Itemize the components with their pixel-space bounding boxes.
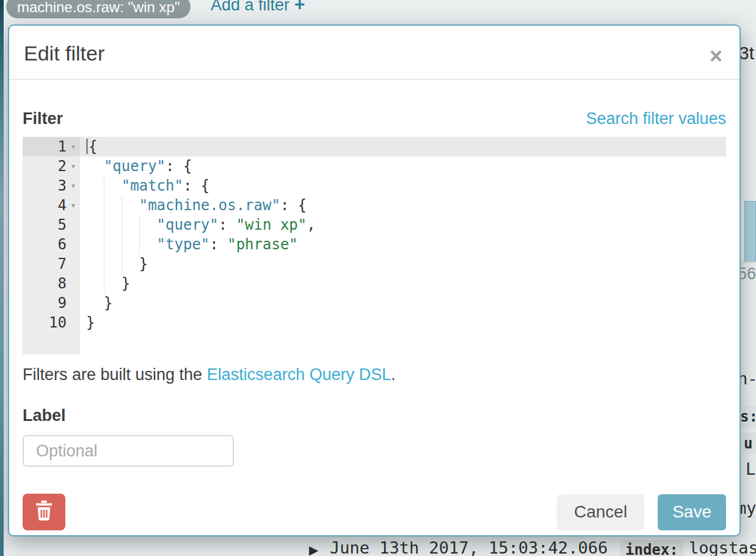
elasticsearch-query-dsl-link[interactable]: Elasticsearch Query DSL	[207, 365, 391, 384]
filter-pill[interactable]: machine.os.raw: "win xp"	[6, 0, 191, 18]
filter-query-editor[interactable]: 1▾{2▾ "query": {3▾ "match": {4▾ "machine…	[23, 137, 726, 354]
modal-title: Edit filter	[24, 42, 725, 65]
modal-footer: Cancel Save	[23, 494, 726, 530]
plus-icon: +	[294, 0, 305, 14]
field-badge-fragment: u	[740, 433, 756, 455]
modal-body: Filter Search filter values 1▾{2▾ "query…	[9, 109, 740, 530]
help-text-suffix: .	[391, 365, 396, 384]
code-lines: 1▾{2▾ "query": {3▾ "match": {4▾ "machine…	[23, 137, 726, 332]
chart-axis-line	[740, 262, 756, 263]
page-left-accent-strip	[0, 0, 4, 556]
close-icon[interactable]: ×	[710, 45, 722, 67]
background-date-fragment: 3t	[739, 43, 754, 64]
add-filter-label: Add a filter	[211, 0, 289, 14]
index-field-value: logstash-	[689, 538, 756, 556]
save-button[interactable]: Save	[658, 494, 726, 530]
search-filter-values-link[interactable]: Search filter values	[586, 109, 726, 128]
help-text-prefix: Filters are built using the	[23, 365, 207, 384]
doc-text-fragment: L	[746, 459, 755, 478]
filter-label-input[interactable]	[23, 435, 234, 467]
filter-help-text: Filters are built using the Elasticsearc…	[23, 365, 726, 384]
modal-header: Edit filter ×	[9, 26, 740, 80]
histogram-bar	[744, 201, 756, 262]
delete-filter-button[interactable]	[23, 494, 65, 530]
add-filter-link[interactable]: Add a filter+	[211, 0, 305, 15]
doc-row-timestamp: June 13th 2017, 15:03:42.066	[330, 538, 608, 556]
filter-section-label: Filter	[23, 109, 63, 128]
label-section-heading: Label	[23, 406, 726, 425]
expand-row-icon: ▶	[309, 543, 318, 556]
index-field-badge: index:	[620, 540, 683, 556]
edit-filter-modal: Edit filter × Filter Search filter value…	[8, 24, 741, 536]
cancel-button[interactable]: Cancel	[557, 494, 644, 530]
trash-icon	[35, 500, 53, 525]
